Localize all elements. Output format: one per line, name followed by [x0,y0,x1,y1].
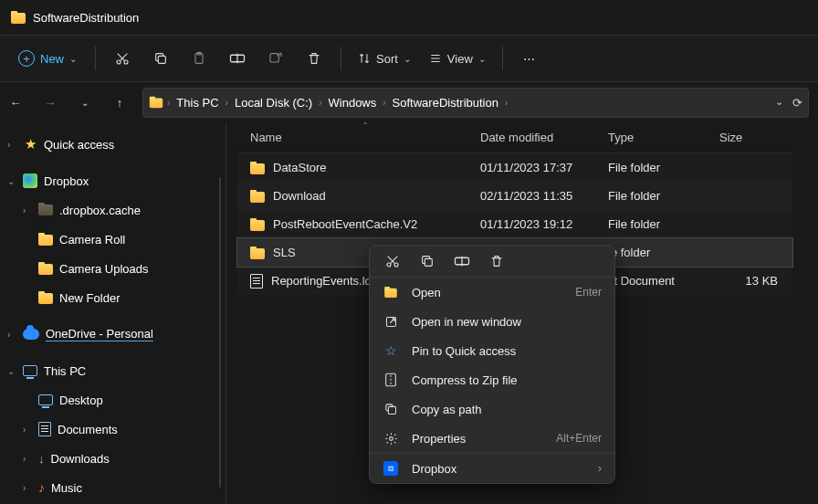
separator [341,47,341,70]
rename-button[interactable] [220,41,255,76]
forward-button[interactable]: → [38,90,62,114]
crumb-local-disk[interactable]: Local Disk (C:) [232,94,315,111]
nav-new-folder[interactable]: New Folder [0,283,225,312]
back-button[interactable]: ← [4,90,27,114]
file-row[interactable]: Download02/11/2023 11:35File folder [237,182,792,210]
crumb-this-pc[interactable]: This PC [173,94,221,111]
address-row: ← → ⌄ ↑ › This PC › Local Disk (C:) › Wi… [0,82,818,122]
ctx-open[interactable]: OpenEnter [370,278,614,307]
up-button[interactable]: ↑ [108,90,131,114]
address-bar[interactable]: › This PC › Local Disk (C:) › Windows › … [142,88,809,118]
nav-desktop[interactable]: Desktop [0,385,225,415]
view-button[interactable]: View ⌄ [422,41,493,76]
file-date: 01/11/2023 17:37 [480,161,608,174]
svg-rect-2 [158,56,165,63]
cut-button[interactable] [105,41,140,76]
column-name[interactable]: Name˄ [250,131,480,144]
nav-camera-uploads[interactable]: Camera Uploads [0,254,225,283]
file-name: ReportingEvents.log [271,274,378,288]
nav-onedrive[interactable]: ›OneDrive - Personal [0,320,225,349]
refresh-button[interactable]: ⟳ [792,96,802,110]
new-label: New [40,52,64,66]
crumb-softwaredistribution[interactable]: SoftwareDistribution [390,94,501,111]
plus-circle-icon: + [18,50,35,67]
column-size[interactable]: Size [719,131,783,144]
copy-button[interactable] [143,41,178,76]
svg-point-14 [389,436,393,440]
sort-icon [358,52,371,65]
svg-point-1 [124,60,128,64]
window-title: SoftwareDistribution [33,11,139,25]
svg-rect-9 [425,258,432,266]
toolbar: + New ⌄ Sort ⌄ View ⌄ ⋯ [0,35,818,82]
star-icon: ★ [23,137,37,152]
file-row[interactable]: PostRebootEventCache.V201/11/2023 19:12F… [237,210,792,238]
cloud-icon [23,329,39,340]
share-button[interactable] [258,41,293,76]
file-date: 02/11/2023 11:35 [480,189,608,203]
file-name: DataStore [273,161,327,174]
chevron-down-icon: ⌄ [404,54,411,64]
cut-button[interactable] [384,254,401,268]
nav-downloads[interactable]: ›↓Downloads [0,444,225,473]
svg-point-8 [394,263,398,267]
ctx-open-new-window[interactable]: Open in new window [370,307,614,336]
ctx-compress-zip[interactable]: Compress to Zip file [370,365,614,394]
recent-locations[interactable]: ⌄ [73,90,97,114]
ctx-properties[interactable]: PropertiesAlt+Enter [370,424,614,453]
chevron-right-icon: › [7,330,16,340]
nav-this-pc[interactable]: ⌄This PC [0,356,225,385]
nav-dropbox[interactable]: ⌄Dropbox [0,166,225,195]
column-type[interactable]: Type [608,131,719,144]
nav-music[interactable]: ›♪Music [0,473,225,502]
nav-documents[interactable]: ›Documents [0,415,225,444]
folder-icon [250,162,265,174]
file-size: 13 KB [719,274,783,288]
monitor-icon [23,365,37,376]
crumb-windows[interactable]: Windows [326,94,380,111]
chevron-right-icon: › [7,140,16,150]
file-row[interactable]: DataStore01/11/2023 17:37File folder [237,153,792,182]
more-button[interactable]: ⋯ [512,41,547,76]
ctx-dropbox[interactable]: ⧈Dropbox› [370,454,614,483]
dropbox-icon: ⧈ [383,461,398,476]
svg-rect-6 [270,54,278,62]
file-type: File folder [608,189,719,203]
music-icon: ♪ [38,480,45,495]
paste-button[interactable] [182,41,216,76]
delete-button[interactable] [297,41,331,76]
new-button[interactable]: + New ⌄ [9,41,86,76]
context-menu: OpenEnter Open in new window ☆Pin to Qui… [369,245,615,484]
folder-icon [384,287,397,298]
file-date: 01/11/2023 19:12 [480,217,608,231]
ctx-pin-quick-access[interactable]: ☆Pin to Quick access [370,336,614,365]
column-headers: Name˄ Date modified Type Size [237,122,792,153]
folder-icon [38,262,53,275]
file-type: xt Document [608,274,719,288]
nav-camera-roll[interactable]: Camera Roll [0,225,225,254]
nav-dropbox-cache[interactable]: ›.dropbox.cache [0,195,225,225]
separator [502,47,503,70]
file-type: le folder [608,246,719,259]
copy-path-icon [383,403,399,416]
chevron-right-icon: › [598,462,602,475]
navigation-pane: ›★Quick access ⌄Dropbox ›.dropbox.cache … [0,122,226,504]
svg-rect-13 [388,406,395,414]
chevron-down-icon[interactable]: ⌄ [775,96,783,110]
delete-button[interactable] [488,254,505,268]
folder-icon [150,97,163,109]
file-name: PostRebootEventCache.V2 [273,217,417,231]
ctx-copy-path[interactable]: Copy as path [370,394,614,424]
nav-quick-access[interactable]: ›★Quick access [0,130,225,159]
zip-icon [383,373,399,387]
copy-button[interactable] [419,254,435,268]
column-date[interactable]: Date modified [480,131,608,144]
sort-asc-icon: ˄ [363,122,368,131]
properties-icon [383,432,399,446]
title-bar: SoftwareDistribution [0,0,818,35]
sort-button[interactable]: Sort ⌄ [351,41,418,76]
file-name: Download [273,189,326,203]
rename-button[interactable] [454,254,470,268]
chevron-right-icon: › [165,98,172,108]
folder-icon [38,291,53,304]
